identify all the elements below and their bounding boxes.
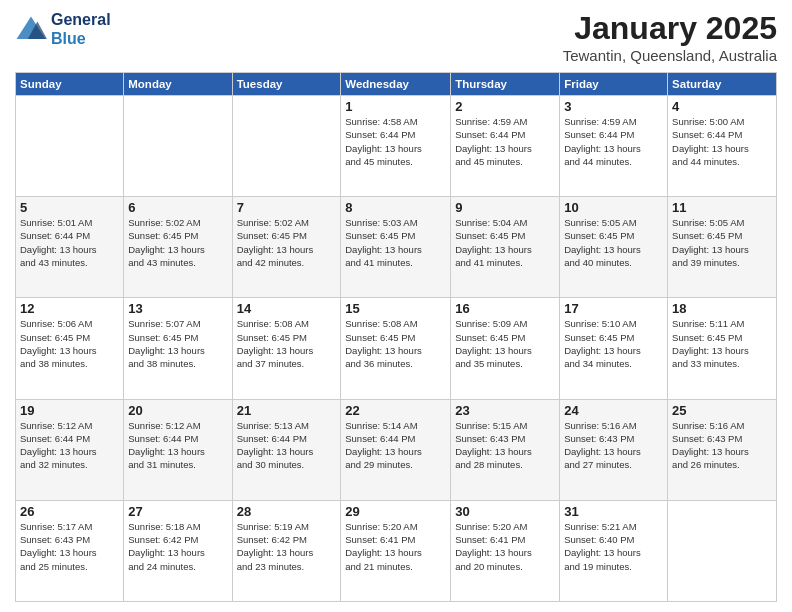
day-number: 13 (128, 301, 227, 316)
calendar-cell: 23Sunrise: 5:15 AM Sunset: 6:43 PM Dayli… (451, 399, 560, 500)
calendar-cell: 8Sunrise: 5:03 AM Sunset: 6:45 PM Daylig… (341, 197, 451, 298)
day-info: Sunrise: 5:13 AM Sunset: 6:44 PM Dayligh… (237, 419, 337, 472)
day-number: 10 (564, 200, 663, 215)
day-info: Sunrise: 5:16 AM Sunset: 6:43 PM Dayligh… (672, 419, 772, 472)
day-info: Sunrise: 5:21 AM Sunset: 6:40 PM Dayligh… (564, 520, 663, 573)
calendar-cell: 11Sunrise: 5:05 AM Sunset: 6:45 PM Dayli… (668, 197, 777, 298)
calendar-cell: 4Sunrise: 5:00 AM Sunset: 6:44 PM Daylig… (668, 96, 777, 197)
day-number: 9 (455, 200, 555, 215)
calendar-cell: 9Sunrise: 5:04 AM Sunset: 6:45 PM Daylig… (451, 197, 560, 298)
calendar-cell (124, 96, 232, 197)
logo: General Blue (15, 10, 111, 48)
calendar-cell: 10Sunrise: 5:05 AM Sunset: 6:45 PM Dayli… (560, 197, 668, 298)
day-number: 4 (672, 99, 772, 114)
calendar-cell (16, 96, 124, 197)
day-info: Sunrise: 5:08 AM Sunset: 6:45 PM Dayligh… (345, 317, 446, 370)
day-number: 1 (345, 99, 446, 114)
calendar-cell: 25Sunrise: 5:16 AM Sunset: 6:43 PM Dayli… (668, 399, 777, 500)
calendar-cell: 12Sunrise: 5:06 AM Sunset: 6:45 PM Dayli… (16, 298, 124, 399)
col-saturday: Saturday (668, 73, 777, 96)
day-number: 3 (564, 99, 663, 114)
day-number: 11 (672, 200, 772, 215)
logo-icon (15, 15, 47, 43)
day-number: 12 (20, 301, 119, 316)
day-info: Sunrise: 5:05 AM Sunset: 6:45 PM Dayligh… (672, 216, 772, 269)
logo-text: General Blue (51, 10, 111, 48)
day-info: Sunrise: 5:07 AM Sunset: 6:45 PM Dayligh… (128, 317, 227, 370)
day-info: Sunrise: 5:00 AM Sunset: 6:44 PM Dayligh… (672, 115, 772, 168)
calendar-cell: 7Sunrise: 5:02 AM Sunset: 6:45 PM Daylig… (232, 197, 341, 298)
calendar-week-row: 5Sunrise: 5:01 AM Sunset: 6:44 PM Daylig… (16, 197, 777, 298)
title-block: January 2025 Tewantin, Queensland, Austr… (563, 10, 777, 64)
day-number: 31 (564, 504, 663, 519)
subtitle: Tewantin, Queensland, Australia (563, 47, 777, 64)
col-friday: Friday (560, 73, 668, 96)
day-info: Sunrise: 5:11 AM Sunset: 6:45 PM Dayligh… (672, 317, 772, 370)
day-number: 20 (128, 403, 227, 418)
calendar-cell: 1Sunrise: 4:58 AM Sunset: 6:44 PM Daylig… (341, 96, 451, 197)
day-number: 16 (455, 301, 555, 316)
day-info: Sunrise: 4:58 AM Sunset: 6:44 PM Dayligh… (345, 115, 446, 168)
col-wednesday: Wednesday (341, 73, 451, 96)
day-number: 14 (237, 301, 337, 316)
day-number: 5 (20, 200, 119, 215)
day-info: Sunrise: 5:08 AM Sunset: 6:45 PM Dayligh… (237, 317, 337, 370)
day-number: 24 (564, 403, 663, 418)
day-number: 19 (20, 403, 119, 418)
calendar-cell: 29Sunrise: 5:20 AM Sunset: 6:41 PM Dayli… (341, 500, 451, 601)
day-info: Sunrise: 5:17 AM Sunset: 6:43 PM Dayligh… (20, 520, 119, 573)
calendar-cell (668, 500, 777, 601)
calendar-week-row: 26Sunrise: 5:17 AM Sunset: 6:43 PM Dayli… (16, 500, 777, 601)
calendar-cell: 28Sunrise: 5:19 AM Sunset: 6:42 PM Dayli… (232, 500, 341, 601)
col-monday: Monday (124, 73, 232, 96)
day-number: 30 (455, 504, 555, 519)
day-number: 2 (455, 99, 555, 114)
calendar-cell: 27Sunrise: 5:18 AM Sunset: 6:42 PM Dayli… (124, 500, 232, 601)
calendar-cell: 22Sunrise: 5:14 AM Sunset: 6:44 PM Dayli… (341, 399, 451, 500)
col-tuesday: Tuesday (232, 73, 341, 96)
day-number: 21 (237, 403, 337, 418)
day-number: 23 (455, 403, 555, 418)
calendar-cell: 20Sunrise: 5:12 AM Sunset: 6:44 PM Dayli… (124, 399, 232, 500)
main-title: January 2025 (563, 10, 777, 47)
header: General Blue January 2025 Tewantin, Quee… (15, 10, 777, 64)
calendar-table: Sunday Monday Tuesday Wednesday Thursday… (15, 72, 777, 602)
day-number: 27 (128, 504, 227, 519)
day-number: 17 (564, 301, 663, 316)
day-number: 28 (237, 504, 337, 519)
calendar-cell: 17Sunrise: 5:10 AM Sunset: 6:45 PM Dayli… (560, 298, 668, 399)
calendar-cell: 15Sunrise: 5:08 AM Sunset: 6:45 PM Dayli… (341, 298, 451, 399)
day-number: 25 (672, 403, 772, 418)
day-info: Sunrise: 5:20 AM Sunset: 6:41 PM Dayligh… (345, 520, 446, 573)
calendar-cell: 21Sunrise: 5:13 AM Sunset: 6:44 PM Dayli… (232, 399, 341, 500)
day-info: Sunrise: 5:16 AM Sunset: 6:43 PM Dayligh… (564, 419, 663, 472)
calendar-header-row: Sunday Monday Tuesday Wednesday Thursday… (16, 73, 777, 96)
calendar-cell: 30Sunrise: 5:20 AM Sunset: 6:41 PM Dayli… (451, 500, 560, 601)
day-number: 26 (20, 504, 119, 519)
calendar-cell: 3Sunrise: 4:59 AM Sunset: 6:44 PM Daylig… (560, 96, 668, 197)
day-info: Sunrise: 5:09 AM Sunset: 6:45 PM Dayligh… (455, 317, 555, 370)
day-number: 15 (345, 301, 446, 316)
day-info: Sunrise: 5:01 AM Sunset: 6:44 PM Dayligh… (20, 216, 119, 269)
day-info: Sunrise: 5:02 AM Sunset: 6:45 PM Dayligh… (128, 216, 227, 269)
day-info: Sunrise: 5:15 AM Sunset: 6:43 PM Dayligh… (455, 419, 555, 472)
calendar-cell: 31Sunrise: 5:21 AM Sunset: 6:40 PM Dayli… (560, 500, 668, 601)
day-info: Sunrise: 5:03 AM Sunset: 6:45 PM Dayligh… (345, 216, 446, 269)
col-sunday: Sunday (16, 73, 124, 96)
calendar-cell: 2Sunrise: 4:59 AM Sunset: 6:44 PM Daylig… (451, 96, 560, 197)
day-number: 8 (345, 200, 446, 215)
calendar-cell: 19Sunrise: 5:12 AM Sunset: 6:44 PM Dayli… (16, 399, 124, 500)
day-info: Sunrise: 5:10 AM Sunset: 6:45 PM Dayligh… (564, 317, 663, 370)
calendar-week-row: 19Sunrise: 5:12 AM Sunset: 6:44 PM Dayli… (16, 399, 777, 500)
day-info: Sunrise: 5:02 AM Sunset: 6:45 PM Dayligh… (237, 216, 337, 269)
day-info: Sunrise: 5:06 AM Sunset: 6:45 PM Dayligh… (20, 317, 119, 370)
day-info: Sunrise: 4:59 AM Sunset: 6:44 PM Dayligh… (455, 115, 555, 168)
day-info: Sunrise: 5:12 AM Sunset: 6:44 PM Dayligh… (20, 419, 119, 472)
calendar-cell: 5Sunrise: 5:01 AM Sunset: 6:44 PM Daylig… (16, 197, 124, 298)
calendar-cell: 16Sunrise: 5:09 AM Sunset: 6:45 PM Dayli… (451, 298, 560, 399)
day-number: 29 (345, 504, 446, 519)
day-info: Sunrise: 5:19 AM Sunset: 6:42 PM Dayligh… (237, 520, 337, 573)
day-number: 22 (345, 403, 446, 418)
day-info: Sunrise: 5:20 AM Sunset: 6:41 PM Dayligh… (455, 520, 555, 573)
day-info: Sunrise: 5:12 AM Sunset: 6:44 PM Dayligh… (128, 419, 227, 472)
